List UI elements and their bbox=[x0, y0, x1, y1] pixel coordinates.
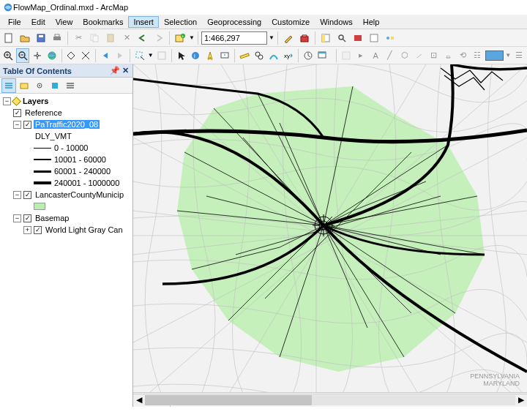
list-by-drawing-order-button[interactable] bbox=[1, 78, 16, 93]
menu-file[interactable]: File bbox=[3, 16, 26, 28]
edit-annotation[interactable]: A bbox=[369, 48, 382, 63]
identify-button[interactable]: i bbox=[189, 48, 202, 63]
fixed-zoom-in-button[interactable] bbox=[65, 48, 78, 63]
time-slider-button[interactable] bbox=[302, 48, 315, 63]
menu-view[interactable]: View bbox=[51, 16, 78, 28]
forward-button[interactable] bbox=[113, 48, 127, 63]
menu-edit[interactable]: Edit bbox=[26, 16, 51, 28]
full-extent-button[interactable] bbox=[45, 48, 59, 63]
svg-point-19 bbox=[386, 37, 389, 40]
find-route-button[interactable] bbox=[267, 48, 280, 63]
svg-text:+: + bbox=[182, 34, 184, 38]
svg-rect-42 bbox=[318, 52, 326, 53]
map-viewport[interactable]: PENNSYLVANIA MARYLAND || bbox=[133, 64, 527, 407]
polygon-symbol bbox=[34, 203, 45, 210]
layer-reference[interactable]: Reference bbox=[23, 108, 64, 117]
fixed-zoom-out-button[interactable] bbox=[79, 48, 92, 63]
model-builder-button[interactable] bbox=[383, 31, 397, 45]
rotate-tool[interactable]: ⟲ bbox=[457, 48, 470, 63]
toc-pin-icon[interactable]: 📌 bbox=[110, 66, 119, 75]
create-viewer-button[interactable] bbox=[315, 48, 329, 63]
menu-geoprocessing[interactable]: Geoprocessing bbox=[202, 16, 266, 28]
options-button[interactable] bbox=[63, 78, 78, 93]
redo-button[interactable] bbox=[152, 31, 166, 45]
expander-basemap[interactable]: − bbox=[13, 214, 21, 222]
check-reference[interactable] bbox=[13, 109, 21, 117]
window-title: FlowMap_Ordinal.mxd - ArcMap bbox=[13, 3, 128, 12]
layer-basemap-group[interactable]: Basemap bbox=[34, 214, 70, 222]
expander-county[interactable]: − bbox=[13, 191, 21, 199]
select-features-button[interactable] bbox=[133, 48, 146, 63]
layer-basemap[interactable]: World Light Gray Can bbox=[44, 225, 124, 234]
layer-traffic[interactable]: PaTraffic2020_08 bbox=[34, 120, 100, 129]
menu-help[interactable]: Help bbox=[358, 16, 385, 28]
zoom-out-button[interactable] bbox=[16, 48, 29, 63]
html-popup-button[interactable] bbox=[218, 48, 231, 63]
print-button[interactable] bbox=[50, 31, 64, 45]
search-button[interactable] bbox=[334, 31, 349, 45]
python-button[interactable] bbox=[367, 31, 381, 45]
edit-vertices[interactable]: ⬡ bbox=[398, 48, 411, 63]
editor-menu[interactable] bbox=[340, 48, 353, 63]
class-3: 60001 - 240000 bbox=[54, 167, 111, 176]
scale-input[interactable] bbox=[201, 31, 267, 45]
cut-button[interactable]: ✂ bbox=[71, 31, 86, 45]
check-traffic[interactable] bbox=[23, 121, 31, 129]
layers-root[interactable]: Layers bbox=[23, 97, 48, 105]
map-canvas[interactable] bbox=[133, 64, 527, 407]
editor-toolbar-button[interactable] bbox=[281, 31, 296, 45]
cut-polygons[interactable]: ⊡ bbox=[427, 48, 441, 63]
add-data-button[interactable]: + bbox=[173, 31, 187, 45]
svg-point-38 bbox=[258, 55, 263, 59]
straight-segment[interactable]: ╱ bbox=[384, 48, 397, 63]
split-tool[interactable]: ⏛ bbox=[442, 48, 455, 63]
menu-selection[interactable]: Selection bbox=[159, 16, 202, 28]
delete-button[interactable]: ✕ bbox=[119, 31, 134, 45]
fill-color-swatch[interactable] bbox=[485, 50, 504, 61]
open-button[interactable] bbox=[18, 31, 32, 45]
svg-rect-52 bbox=[67, 85, 74, 86]
layer-county[interactable]: LancasterCountyMunicip bbox=[34, 190, 125, 199]
expander-basemap-layer[interactable]: + bbox=[23, 226, 31, 234]
menu-bookmarks[interactable]: Bookmarks bbox=[78, 16, 128, 28]
list-by-selection-button[interactable] bbox=[48, 78, 62, 93]
check-basemap[interactable] bbox=[23, 214, 31, 222]
copy-button[interactable] bbox=[87, 31, 102, 45]
expander-layers[interactable]: − bbox=[3, 97, 11, 105]
list-by-visibility-button[interactable] bbox=[32, 78, 47, 93]
reshape[interactable]: ⟋ bbox=[413, 48, 426, 63]
class-1: 0 - 10000 bbox=[54, 143, 88, 152]
catalog-button[interactable] bbox=[318, 31, 333, 45]
save-button[interactable] bbox=[34, 31, 48, 45]
menu-windows[interactable]: Windows bbox=[315, 16, 358, 28]
undo-button[interactable] bbox=[135, 31, 150, 45]
menu-insert[interactable]: Insert bbox=[128, 16, 159, 28]
new-button[interactable] bbox=[1, 31, 16, 45]
zoom-in-button[interactable] bbox=[1, 48, 15, 63]
check-county[interactable] bbox=[23, 191, 31, 199]
edit-tool[interactable]: ▸ bbox=[354, 48, 367, 63]
measure-button[interactable] bbox=[238, 48, 251, 63]
check-basemap-layer[interactable] bbox=[34, 226, 42, 234]
sketch-props[interactable]: ☰ bbox=[512, 48, 526, 63]
back-button[interactable] bbox=[99, 48, 112, 63]
list-by-source-button[interactable] bbox=[17, 78, 31, 93]
line-symbol-1 bbox=[34, 148, 51, 149]
select-elements-button[interactable] bbox=[175, 48, 188, 63]
line-symbol-4 bbox=[34, 181, 51, 184]
svg-rect-45 bbox=[5, 85, 12, 86]
horizontal-scrollbar[interactable]: ◀ ▶ bbox=[133, 394, 527, 405]
clear-selection-button[interactable] bbox=[155, 48, 168, 63]
pan-button[interactable] bbox=[31, 48, 44, 63]
hyperlink-button[interactable] bbox=[203, 48, 217, 63]
attributes-button[interactable]: ☷ bbox=[471, 48, 484, 63]
menu-customize[interactable]: Customize bbox=[266, 16, 315, 28]
expander-traffic[interactable]: − bbox=[13, 121, 21, 129]
toolbox-button[interactable] bbox=[297, 31, 312, 45]
go-to-xy-button[interactable]: xy bbox=[282, 48, 295, 63]
class-2: 10001 - 60000 bbox=[54, 155, 106, 164]
arc-toolbox-button[interactable] bbox=[351, 31, 365, 45]
paste-button[interactable] bbox=[103, 31, 118, 45]
toc-close-icon[interactable]: ✕ bbox=[121, 66, 130, 75]
find-button[interactable] bbox=[253, 48, 266, 63]
